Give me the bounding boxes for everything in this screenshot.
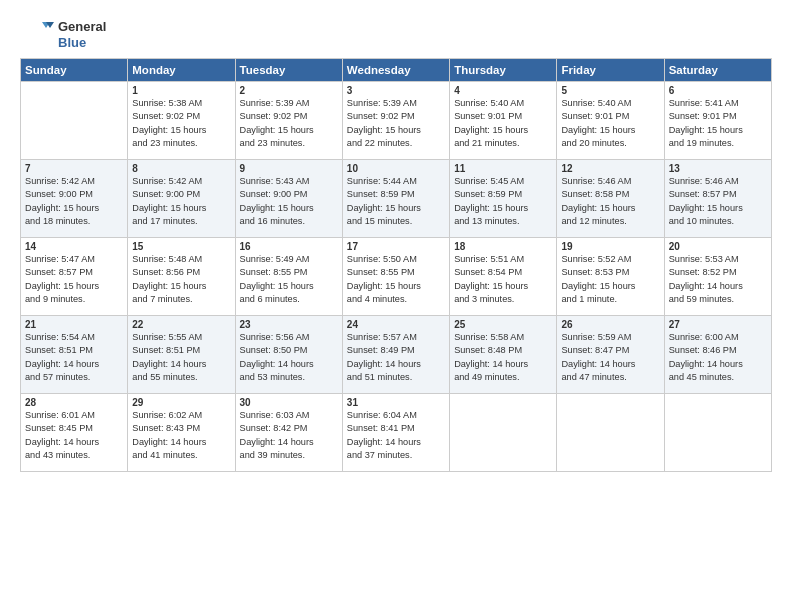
day-number: 15 (132, 241, 230, 252)
day-number: 14 (25, 241, 123, 252)
calendar-week-row: 28Sunrise: 6:01 AM Sunset: 8:45 PM Dayli… (21, 394, 772, 472)
day-info: Sunrise: 5:49 AM Sunset: 8:55 PM Dayligh… (240, 253, 338, 306)
day-info: Sunrise: 5:46 AM Sunset: 8:57 PM Dayligh… (669, 175, 767, 228)
day-info: Sunrise: 5:39 AM Sunset: 9:02 PM Dayligh… (347, 97, 445, 150)
calendar-cell: 11Sunrise: 5:45 AM Sunset: 8:59 PM Dayli… (450, 160, 557, 238)
day-info: Sunrise: 6:01 AM Sunset: 8:45 PM Dayligh… (25, 409, 123, 462)
calendar-cell: 10Sunrise: 5:44 AM Sunset: 8:59 PM Dayli… (342, 160, 449, 238)
calendar-cell (664, 394, 771, 472)
calendar-cell: 22Sunrise: 5:55 AM Sunset: 8:51 PM Dayli… (128, 316, 235, 394)
day-number: 27 (669, 319, 767, 330)
weekday-header-saturday: Saturday (664, 59, 771, 82)
day-number: 25 (454, 319, 552, 330)
calendar-cell: 28Sunrise: 6:01 AM Sunset: 8:45 PM Dayli… (21, 394, 128, 472)
day-number: 22 (132, 319, 230, 330)
day-info: Sunrise: 5:42 AM Sunset: 9:00 PM Dayligh… (132, 175, 230, 228)
day-info: Sunrise: 5:40 AM Sunset: 9:01 PM Dayligh… (561, 97, 659, 150)
day-number: 23 (240, 319, 338, 330)
day-info: Sunrise: 5:41 AM Sunset: 9:01 PM Dayligh… (669, 97, 767, 150)
day-number: 4 (454, 85, 552, 96)
weekday-header-friday: Friday (557, 59, 664, 82)
calendar-cell: 18Sunrise: 5:51 AM Sunset: 8:54 PM Dayli… (450, 238, 557, 316)
day-number: 9 (240, 163, 338, 174)
calendar-week-row: 14Sunrise: 5:47 AM Sunset: 8:57 PM Dayli… (21, 238, 772, 316)
calendar-cell: 1Sunrise: 5:38 AM Sunset: 9:02 PM Daylig… (128, 82, 235, 160)
day-info: Sunrise: 5:50 AM Sunset: 8:55 PM Dayligh… (347, 253, 445, 306)
calendar-week-row: 7Sunrise: 5:42 AM Sunset: 9:00 PM Daylig… (21, 160, 772, 238)
calendar-cell: 24Sunrise: 5:57 AM Sunset: 8:49 PM Dayli… (342, 316, 449, 394)
day-number: 29 (132, 397, 230, 408)
day-info: Sunrise: 5:40 AM Sunset: 9:01 PM Dayligh… (454, 97, 552, 150)
day-number: 24 (347, 319, 445, 330)
day-number: 21 (25, 319, 123, 330)
logo-general: General (58, 19, 106, 35)
logo-blue: Blue (58, 35, 106, 51)
day-info: Sunrise: 5:58 AM Sunset: 8:48 PM Dayligh… (454, 331, 552, 384)
day-info: Sunrise: 6:04 AM Sunset: 8:41 PM Dayligh… (347, 409, 445, 462)
calendar-cell: 30Sunrise: 6:03 AM Sunset: 8:42 PM Dayli… (235, 394, 342, 472)
calendar-cell: 15Sunrise: 5:48 AM Sunset: 8:56 PM Dayli… (128, 238, 235, 316)
day-number: 28 (25, 397, 123, 408)
calendar-week-row: 1Sunrise: 5:38 AM Sunset: 9:02 PM Daylig… (21, 82, 772, 160)
day-number: 26 (561, 319, 659, 330)
calendar-cell: 21Sunrise: 5:54 AM Sunset: 8:51 PM Dayli… (21, 316, 128, 394)
day-number: 13 (669, 163, 767, 174)
logo: General Blue (20, 18, 106, 52)
calendar-cell: 3Sunrise: 5:39 AM Sunset: 9:02 PM Daylig… (342, 82, 449, 160)
day-number: 31 (347, 397, 445, 408)
day-info: Sunrise: 6:00 AM Sunset: 8:46 PM Dayligh… (669, 331, 767, 384)
calendar-cell: 23Sunrise: 5:56 AM Sunset: 8:50 PM Dayli… (235, 316, 342, 394)
weekday-header-tuesday: Tuesday (235, 59, 342, 82)
day-number: 12 (561, 163, 659, 174)
calendar-header-row: SundayMondayTuesdayWednesdayThursdayFrid… (21, 59, 772, 82)
day-info: Sunrise: 5:43 AM Sunset: 9:00 PM Dayligh… (240, 175, 338, 228)
day-info: Sunrise: 5:45 AM Sunset: 8:59 PM Dayligh… (454, 175, 552, 228)
day-info: Sunrise: 5:54 AM Sunset: 8:51 PM Dayligh… (25, 331, 123, 384)
calendar-cell: 29Sunrise: 6:02 AM Sunset: 8:43 PM Dayli… (128, 394, 235, 472)
calendar-cell: 26Sunrise: 5:59 AM Sunset: 8:47 PM Dayli… (557, 316, 664, 394)
calendar-cell (21, 82, 128, 160)
day-number: 18 (454, 241, 552, 252)
calendar-cell: 6Sunrise: 5:41 AM Sunset: 9:01 PM Daylig… (664, 82, 771, 160)
day-number: 1 (132, 85, 230, 96)
calendar-cell: 17Sunrise: 5:50 AM Sunset: 8:55 PM Dayli… (342, 238, 449, 316)
calendar-cell (557, 394, 664, 472)
day-info: Sunrise: 5:51 AM Sunset: 8:54 PM Dayligh… (454, 253, 552, 306)
day-info: Sunrise: 5:46 AM Sunset: 8:58 PM Dayligh… (561, 175, 659, 228)
day-info: Sunrise: 5:42 AM Sunset: 9:00 PM Dayligh… (25, 175, 123, 228)
day-info: Sunrise: 5:38 AM Sunset: 9:02 PM Dayligh… (132, 97, 230, 150)
day-info: Sunrise: 5:57 AM Sunset: 8:49 PM Dayligh… (347, 331, 445, 384)
weekday-header-monday: Monday (128, 59, 235, 82)
day-number: 2 (240, 85, 338, 96)
calendar-cell: 13Sunrise: 5:46 AM Sunset: 8:57 PM Dayli… (664, 160, 771, 238)
day-info: Sunrise: 5:59 AM Sunset: 8:47 PM Dayligh… (561, 331, 659, 384)
calendar-week-row: 21Sunrise: 5:54 AM Sunset: 8:51 PM Dayli… (21, 316, 772, 394)
weekday-header-wednesday: Wednesday (342, 59, 449, 82)
calendar-cell: 14Sunrise: 5:47 AM Sunset: 8:57 PM Dayli… (21, 238, 128, 316)
day-info: Sunrise: 6:02 AM Sunset: 8:43 PM Dayligh… (132, 409, 230, 462)
day-info: Sunrise: 6:03 AM Sunset: 8:42 PM Dayligh… (240, 409, 338, 462)
calendar-cell: 31Sunrise: 6:04 AM Sunset: 8:41 PM Dayli… (342, 394, 449, 472)
day-info: Sunrise: 5:55 AM Sunset: 8:51 PM Dayligh… (132, 331, 230, 384)
calendar-cell: 16Sunrise: 5:49 AM Sunset: 8:55 PM Dayli… (235, 238, 342, 316)
day-info: Sunrise: 5:52 AM Sunset: 8:53 PM Dayligh… (561, 253, 659, 306)
day-number: 11 (454, 163, 552, 174)
day-info: Sunrise: 5:53 AM Sunset: 8:52 PM Dayligh… (669, 253, 767, 306)
calendar-cell: 4Sunrise: 5:40 AM Sunset: 9:01 PM Daylig… (450, 82, 557, 160)
calendar-cell: 12Sunrise: 5:46 AM Sunset: 8:58 PM Dayli… (557, 160, 664, 238)
calendar-cell (450, 394, 557, 472)
calendar-cell: 7Sunrise: 5:42 AM Sunset: 9:00 PM Daylig… (21, 160, 128, 238)
calendar-cell: 27Sunrise: 6:00 AM Sunset: 8:46 PM Dayli… (664, 316, 771, 394)
day-number: 30 (240, 397, 338, 408)
day-info: Sunrise: 5:47 AM Sunset: 8:57 PM Dayligh… (25, 253, 123, 306)
logo-icon (20, 18, 54, 52)
day-number: 19 (561, 241, 659, 252)
calendar-cell: 25Sunrise: 5:58 AM Sunset: 8:48 PM Dayli… (450, 316, 557, 394)
day-info: Sunrise: 5:48 AM Sunset: 8:56 PM Dayligh… (132, 253, 230, 306)
day-number: 16 (240, 241, 338, 252)
calendar-cell: 19Sunrise: 5:52 AM Sunset: 8:53 PM Dayli… (557, 238, 664, 316)
day-info: Sunrise: 5:44 AM Sunset: 8:59 PM Dayligh… (347, 175, 445, 228)
day-number: 6 (669, 85, 767, 96)
day-number: 10 (347, 163, 445, 174)
day-number: 20 (669, 241, 767, 252)
